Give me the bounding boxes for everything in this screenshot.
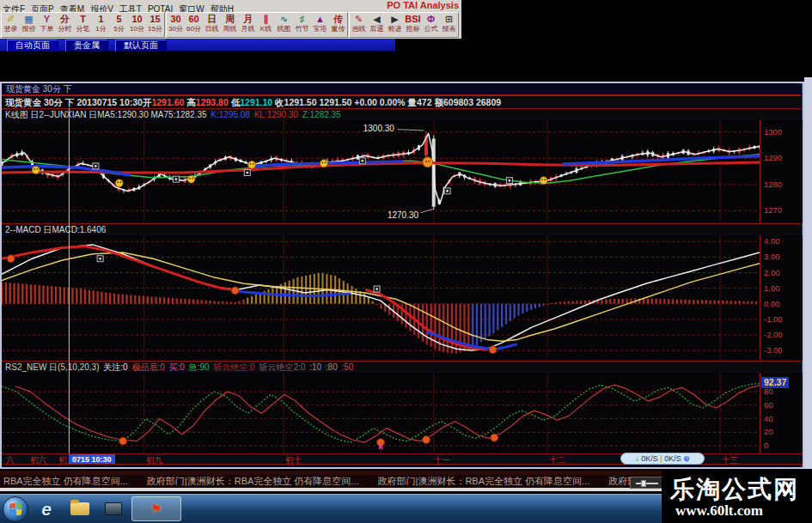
toolbar-icon-分笔: T — [74, 13, 92, 25]
toolbar-button-报价[interactable]: ▦报价 — [20, 13, 38, 37]
macd-header: 2--MACD 日MACD:1.6406 — [2, 223, 801, 234]
macd-chart[interactable] — [2, 235, 760, 360]
toolbar-label: 前进 — [386, 25, 404, 33]
taskbar-item-explorer[interactable] — [64, 496, 95, 521]
toolbar-icon-竹节: ♯ — [293, 13, 311, 25]
start-button[interactable] — [3, 496, 28, 522]
toolbar-button-下单[interactable]: Y下单 — [38, 13, 56, 37]
toolbar-button-后退[interactable]: ◀后退 — [368, 13, 386, 37]
toolbar-label: 5分 — [110, 25, 128, 33]
time-tick: 十一 — [434, 455, 450, 465]
volume-slider[interactable] — [630, 477, 664, 489]
toolbar-button-1分[interactable]: 11分 — [92, 13, 110, 37]
page-tab-贵金属[interactable]: 贵金属 — [65, 40, 108, 52]
time-tick: 初九 — [146, 455, 162, 465]
text-segment: 2--MACD 日MACD:1.6406 — [5, 225, 106, 234]
taskbar-item-window[interactable] — [98, 496, 129, 521]
download-speed: 0K/S — [641, 454, 658, 463]
text-segment: 急:90 — [189, 362, 212, 372]
taskbar-item-ie[interactable]: e — [31, 496, 62, 521]
toolbar-button-登录[interactable]: ✐登录 — [2, 13, 20, 37]
page-tab-默认页面[interactable]: 默认页面 — [115, 40, 167, 52]
slider-knob[interactable] — [641, 480, 646, 487]
axis-label: 1280 — [764, 179, 782, 189]
toolbar-label: 10分 — [128, 25, 146, 33]
rsi-chart[interactable]: ∧ — [2, 373, 760, 453]
toolbar-button-前进[interactable]: ▶前进 — [386, 13, 404, 37]
toolbar-icon-日线: 日 — [203, 13, 221, 25]
toolbar-button-15分[interactable]: 1515分 — [146, 13, 164, 37]
taskbar-item-trading-app[interactable]: ⚑ — [131, 496, 181, 521]
text-segment: K:1295.08 — [211, 110, 252, 119]
toolbar-button-60分[interactable]: 6060分 — [185, 13, 203, 37]
toolbar-icon-公式: Φ — [422, 13, 440, 25]
toolbar-button-日线[interactable]: 日日线 — [203, 13, 221, 37]
toolbar-icon-K线: ∥ — [257, 13, 275, 25]
axis-label: 20 — [764, 427, 773, 436]
toolbar-button-竹节[interactable]: ♯竹节 — [293, 13, 311, 37]
toolbar-icon-后退: ◀ — [368, 13, 386, 25]
axis-label: 1.00 — [764, 283, 780, 293]
text-segment: 1291.50 1291.50 +0.00 0.00% 量472 额609803… — [284, 97, 502, 107]
toolbar-icon-1分: 1 — [92, 13, 110, 25]
kline-header: K线图 日2--JUNXIAN 日MA5:1290.30 MA75:1282.3… — [2, 108, 801, 119]
window-edge-line — [0, 488, 662, 491]
toolbar-button-分时[interactable]: 分分时 — [56, 13, 74, 37]
toolbar-icon-重传: 传 — [329, 13, 347, 25]
toolbar-button-月线[interactable]: 月月线 — [239, 13, 257, 37]
time-tick: 六 — [6, 455, 15, 465]
page-tab-自动页面[interactable]: 自动页面 — [7, 40, 58, 52]
axis-label: -2.00 — [764, 330, 783, 339]
toolbar-label: 公式 — [422, 25, 440, 33]
main-chart[interactable]: 1300.301270.30 — [2, 120, 760, 222]
axis-label: 2.00 — [764, 268, 780, 277]
toolbar-icon-5分: 5 — [110, 13, 128, 25]
toolbar-button-报表[interactable]: ⊞报表 — [440, 13, 458, 37]
toolbar-icon-宝塔: ▲ — [311, 13, 329, 25]
toolbar-button-画线[interactable]: ✎画线 — [350, 13, 368, 37]
toolbar-button-线图[interactable]: ∿线图 — [275, 13, 293, 37]
app-bar: 文件F页面P查看M报价V工具TPOTAI窗口W帮助H PO TAI Analys… — [0, 0, 461, 39]
toolbar-icon-60分: 60 — [185, 13, 203, 25]
internet-explorer-icon: e — [41, 499, 52, 520]
window-title: 现货黄金 30分 下 — [2, 83, 801, 94]
toolbar-button-公式[interactable]: Φ公式 — [422, 13, 440, 37]
time-tick: 初十 — [285, 455, 302, 465]
rsi-header: RS2_NEW 日(5,10,20,3) 关注:0 极品底:0 买:0 急:90… — [2, 361, 801, 372]
toolbar-button-分笔[interactable]: T分笔 — [74, 13, 92, 37]
network-speed-widget[interactable]: ↓ 0K/S | 0K/S ⊕ — [620, 453, 705, 465]
toolbar-label: 分时 — [56, 25, 74, 33]
toolbar-label: 指标 — [404, 25, 422, 33]
toolbar-button-指标[interactable]: BSI指标 — [404, 13, 422, 37]
watermark-title: 乐淘公式网 — [670, 473, 799, 506]
taskbar: e ⚑ — [0, 494, 662, 523]
toolbar-label: K线 — [257, 25, 275, 33]
toolbar-group: ✎画线◀后退▶前进BSI指标Φ公式⊞报表 — [349, 12, 459, 38]
toolbar-button-30分[interactable]: 3030分 — [167, 13, 185, 37]
axis-label: 0 — [764, 441, 768, 450]
window-right-edge — [804, 77, 812, 469]
text-segment: RS2_NEW 日(5,10,20,3) — [5, 362, 101, 372]
watermark-url: www.60lt.com — [675, 502, 763, 520]
toolbar-button-周线[interactable]: 周周线 — [221, 13, 239, 37]
toolbar-button-重传[interactable]: 传重传 — [329, 13, 347, 37]
toolbar-button-K线[interactable]: ∥K线 — [257, 13, 275, 37]
main-axis: 1300129012801270 — [760, 120, 803, 222]
toolbar-label: 周线 — [221, 25, 239, 33]
toolbar-icon-画线: ✎ — [350, 13, 368, 25]
toolbar-label: 月线 — [239, 25, 257, 33]
axis-label: 40 — [764, 414, 773, 423]
toolbar-button-10分[interactable]: 1010分 — [128, 13, 146, 37]
text-segment: :50 — [342, 362, 354, 372]
last-value-badge: 92.37 — [761, 377, 789, 388]
macd-axis: 4.003.002.001.000.00-1.00-2.00-3.00 — [760, 235, 803, 360]
text-segment: 极品底:0 — [131, 362, 167, 372]
axis-label: 1270 — [764, 205, 782, 215]
axis-label: 0.00 — [764, 299, 780, 308]
toolbar-icon-月线: 月 — [239, 13, 257, 25]
upload-speed: 0K/S — [664, 454, 681, 463]
toolbar-button-宝塔[interactable]: ▲宝塔 — [311, 13, 329, 37]
toolbar-label: 60分 — [185, 25, 203, 33]
toolbar-button-5分[interactable]: 55分 — [110, 13, 128, 37]
toolbar-icon-前进: ▶ — [386, 13, 404, 25]
